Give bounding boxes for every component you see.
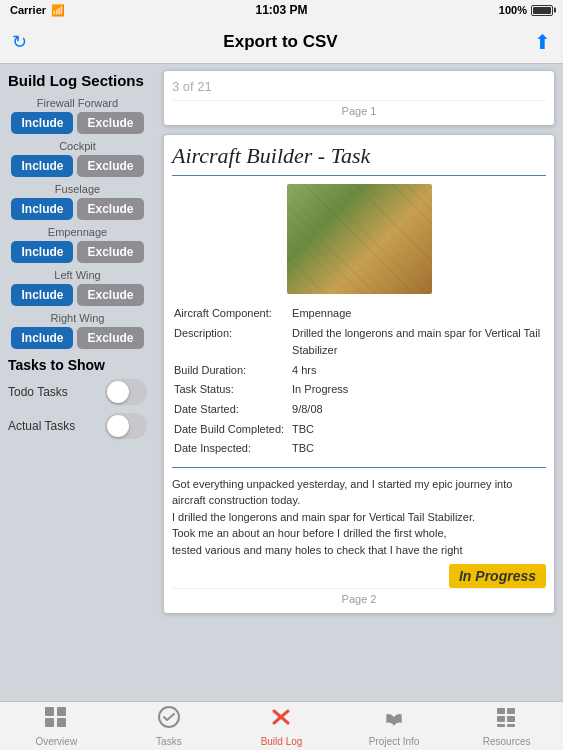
main-content: Build Log Sections Firewall Forward Incl… [0,64,563,701]
tab-tasks[interactable]: Tasks [113,706,226,747]
title-divider [172,175,546,176]
svg-rect-2 [45,718,54,727]
section-left-wing: Left Wing Include Exclude [8,269,147,306]
export-button[interactable]: ⬆ [534,30,551,54]
todo-tasks-toggle[interactable] [105,379,147,405]
tab-bar: Overview Tasks Build Log Project Info [0,701,563,750]
duration-label: Build Duration: [172,361,290,381]
toggle-knob-actual [107,415,129,437]
section-label-firewall: Firewall Forward [8,97,147,109]
toggle-knob-todo [107,381,129,403]
todo-tasks-row: Todo Tasks [8,379,147,405]
wifi-icon: 📶 [51,4,65,17]
exclude-button-empennage[interactable]: Exclude [77,241,143,263]
actual-tasks-toggle[interactable] [105,413,147,439]
svg-rect-7 [497,708,505,714]
section-label-fuselage: Fuselage [8,183,147,195]
exclude-button-fuselage[interactable]: Exclude [77,198,143,220]
task-card-title: Aircraft Builder - Task [172,143,546,169]
detail-row-date-build-completed: Date Build Completed: TBC [172,420,546,440]
include-button-firewall[interactable]: Include [11,112,73,134]
section-label-left-wing: Left Wing [8,269,147,281]
detail-row-status: Task Status: In Progress [172,380,546,400]
section-label-right-wing: Right Wing [8,312,147,324]
section-label-empennage: Empennage [8,226,147,238]
detail-row-date-inspected: Date Inspected: TBC [172,439,546,459]
tab-overview-label: Overview [35,736,77,747]
tasks-section: Tasks to Show Todo Tasks Actual Tasks [8,357,147,439]
tab-resources-label: Resources [483,736,531,747]
build-log-icon [269,706,293,734]
detail-row-component: Aircraft Component: Empennage [172,304,546,324]
section-label-cockpit: Cockpit [8,140,147,152]
svg-rect-0 [45,707,54,716]
svg-rect-8 [507,708,515,714]
tab-project-info[interactable]: Project Info [338,706,451,747]
tab-overview[interactable]: Overview [0,706,113,747]
date-build-completed-value: TBC [290,420,546,440]
status-bar-left: Carrier 📶 [10,4,65,17]
date-inspected-label: Date Inspected: [172,439,290,459]
svg-rect-10 [507,716,515,722]
svg-rect-12 [507,724,515,727]
section-firewall-forward: Firewall Forward Include Exclude [8,97,147,134]
include-button-cockpit[interactable]: Include [11,155,73,177]
tab-build-log-label: Build Log [261,736,303,747]
tab-tasks-label: Tasks [156,736,182,747]
notes-divider [172,467,546,468]
description-value: Drilled the longerons and main spar for … [290,324,546,361]
date-build-completed-label: Date Build Completed: [172,420,290,440]
task-notes: Got everything unpacked yesterday, and I… [172,476,546,559]
include-button-empennage[interactable]: Include [11,241,73,263]
in-progress-badge: In Progress [449,564,546,588]
svg-rect-1 [57,707,66,716]
content-area: 3 of 21 Page 1 Aircraft Builder - Task A… [155,64,563,701]
status-bar-right: 100% [499,4,553,16]
include-button-left-wing[interactable]: Include [11,284,73,306]
nav-title: Export to CSV [223,32,337,52]
carrier-label: Carrier [10,4,46,16]
section-cockpit: Cockpit Include Exclude [8,140,147,177]
exclude-button-cockpit[interactable]: Exclude [77,155,143,177]
battery-icon [531,5,553,16]
page-footer-1: Page 1 [172,100,546,117]
section-empennage: Empennage Include Exclude [8,226,147,263]
sidebar: Build Log Sections Firewall Forward Incl… [0,64,155,701]
status-bar-time: 11:03 PM [255,3,307,17]
todo-tasks-label: Todo Tasks [8,385,68,399]
tasks-to-show-title: Tasks to Show [8,357,147,373]
overview-icon [44,706,68,734]
component-value: Empennage [290,304,546,324]
svg-rect-9 [497,716,505,722]
page-card-1: 3 of 21 Page 1 [163,70,555,126]
status-value: In Progress [290,380,546,400]
status-label: Task Status: [172,380,290,400]
exclude-button-right-wing[interactable]: Exclude [77,327,143,349]
tab-resources[interactable]: Resources [450,706,563,747]
page-footer-2: Page 2 [172,588,546,605]
status-bar: Carrier 📶 11:03 PM 100% [0,0,563,20]
nav-bar: ↻ Export to CSV ⬆ [0,20,563,64]
duration-value: 4 hrs [290,361,546,381]
task-image [287,184,432,294]
tab-project-info-label: Project Info [369,736,420,747]
task-details: Aircraft Component: Empennage Descriptio… [172,304,546,459]
include-button-right-wing[interactable]: Include [11,327,73,349]
page-count: 3 of 21 [172,79,546,94]
svg-rect-11 [497,724,505,727]
section-fuselage: Fuselage Include Exclude [8,183,147,220]
detail-row-duration: Build Duration: 4 hrs [172,361,546,381]
project-info-icon [382,706,406,734]
page-card-2: Aircraft Builder - Task Aircraft Compone… [163,134,555,614]
component-label: Aircraft Component: [172,304,290,324]
detail-row-description: Description: Drilled the longerons and m… [172,324,546,361]
date-started-value: 9/8/08 [290,400,546,420]
actual-tasks-label: Actual Tasks [8,419,75,433]
actual-tasks-row: Actual Tasks [8,413,147,439]
refresh-button[interactable]: ↻ [12,31,27,53]
date-inspected-value: TBC [290,439,546,459]
exclude-button-left-wing[interactable]: Exclude [77,284,143,306]
tab-build-log[interactable]: Build Log [225,706,338,747]
include-button-fuselage[interactable]: Include [11,198,73,220]
exclude-button-firewall[interactable]: Exclude [77,112,143,134]
